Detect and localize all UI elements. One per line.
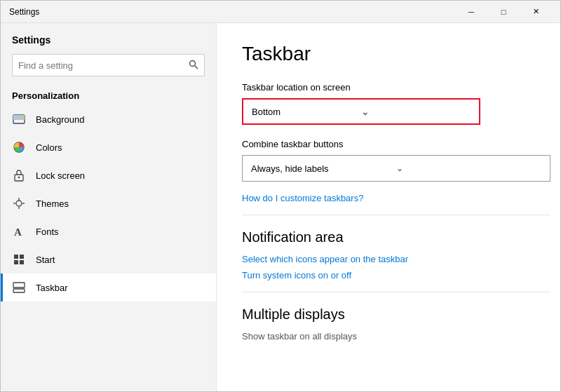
combine-buttons-dropdown[interactable]: Always, hide labels ⌄ [242, 155, 550, 182]
sidebar-item-themes[interactable]: Themes [1, 189, 216, 217]
taskbar-location-value: Bottom [252, 107, 361, 117]
main-content: Taskbar Taskbar location on screen Botto… [217, 23, 560, 391]
taskbar-location-dropdown[interactable]: Bottom ⌄ [242, 98, 480, 125]
title-bar: Settings ─ □ ✕ [1, 1, 560, 23]
svg-rect-19 [13, 283, 25, 288]
sidebar-item-colors[interactable]: Colors [1, 133, 216, 161]
taskbar-location-chevron: ⌄ [361, 106, 471, 117]
nav-list: Background Colors [1, 105, 216, 391]
customize-taskbars-link[interactable]: How do I customize taskbars? [242, 193, 535, 203]
sidebar-item-label-lock-screen: Lock screen [36, 170, 85, 181]
taskbar-icon [12, 281, 26, 295]
sidebar-item-lock-screen[interactable]: Lock screen [1, 161, 216, 189]
background-icon [12, 112, 26, 126]
svg-rect-15 [20, 255, 24, 259]
svg-rect-16 [14, 260, 18, 264]
svg-rect-17 [20, 260, 24, 264]
svg-point-0 [190, 60, 196, 66]
content-area: Settings Personalization [1, 23, 560, 391]
sidebar-item-label-themes: Themes [36, 198, 69, 209]
sidebar-header: Settings [1, 23, 216, 82]
show-taskbar-label: Show taskbar on all displays [242, 331, 535, 342]
window-controls: ─ □ ✕ [455, 1, 552, 23]
notification-area-title: Notification area [242, 229, 535, 245]
window-title: Settings [9, 7, 455, 17]
svg-rect-18 [13, 289, 25, 292]
select-icons-link[interactable]: Select which icons appear on the taskbar [242, 254, 535, 264]
combine-buttons-chevron: ⌄ [396, 163, 541, 173]
fonts-icon: A [12, 224, 26, 238]
combine-buttons-value: Always, hide labels [251, 163, 396, 174]
svg-line-1 [195, 65, 198, 69]
start-icon [12, 252, 26, 266]
taskbar-location-label: Taskbar location on screen [242, 82, 535, 93]
svg-rect-14 [14, 255, 18, 259]
sidebar: Settings Personalization [1, 23, 217, 391]
search-input[interactable] [18, 60, 184, 71]
divider-2 [242, 292, 550, 292]
sidebar-item-label-background: Background [36, 114, 84, 125]
sidebar-item-taskbar[interactable]: Taskbar [1, 273, 216, 302]
svg-point-4 [20, 116, 23, 119]
sidebar-item-label-start: Start [36, 255, 55, 265]
sidebar-item-fonts[interactable]: A Fonts [1, 217, 216, 245]
svg-text:A: A [14, 227, 22, 238]
app-title: Settings [12, 34, 205, 46]
sidebar-item-label-colors: Colors [36, 142, 62, 153]
svg-point-7 [18, 177, 20, 179]
themes-icon [12, 196, 26, 210]
sidebar-item-label-taskbar: Taskbar [36, 283, 68, 293]
sidebar-item-label-fonts: Fonts [36, 227, 59, 237]
multiple-displays-title: Multiple displays [242, 306, 535, 323]
minimize-button[interactable]: ─ [455, 1, 487, 23]
sidebar-item-background[interactable]: Background [1, 105, 216, 133]
close-button[interactable]: ✕ [520, 1, 552, 23]
search-box[interactable] [12, 54, 205, 76]
maximize-button[interactable]: □ [487, 1, 520, 23]
personalization-label: Personalization [1, 82, 216, 105]
turn-system-icons-link[interactable]: Turn system icons on or off [242, 270, 535, 281]
page-title: Taskbar [242, 43, 535, 65]
lock-icon [12, 168, 26, 182]
window: Settings ─ □ ✕ Settings [0, 0, 561, 392]
svg-point-8 [16, 201, 22, 206]
search-icon [189, 60, 198, 72]
combine-buttons-label: Combine taskbar buttons [242, 139, 535, 149]
sidebar-item-start[interactable]: Start [1, 245, 216, 273]
divider-1 [242, 215, 550, 215]
colors-icon [12, 140, 26, 154]
